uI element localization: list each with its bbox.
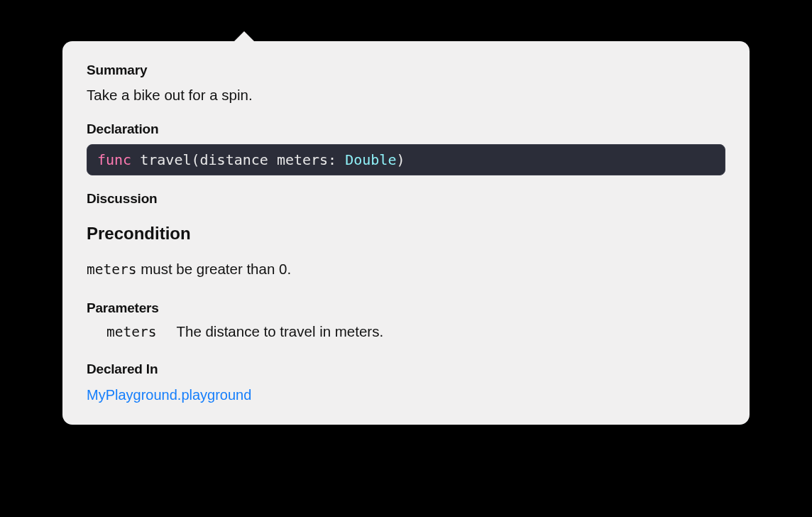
precondition-rest: must be greater than 0.: [136, 261, 291, 277]
code-signature-open: travel(distance meters:: [140, 151, 345, 168]
code-close-paren: ): [396, 151, 405, 168]
precondition-code-word: meters: [87, 261, 136, 278]
popover-arrow: [233, 31, 256, 43]
summary-text: Take a bike out for a spin.: [87, 85, 725, 106]
code-keyword: func: [97, 151, 131, 168]
summary-heading: Summary: [87, 62, 725, 78]
discussion-heading: Discussion: [87, 191, 725, 207]
precondition-text: meters must be greater than 0.: [87, 259, 725, 280]
declaration-code: func travel(distance meters: Double): [87, 144, 725, 175]
declared-in-heading: Declared In: [87, 361, 725, 377]
popover-body: Summary Take a bike out for a spin. Decl…: [62, 41, 750, 425]
code-type: Double: [345, 151, 396, 168]
declared-in-link[interactable]: MyPlayground.playground: [87, 387, 251, 403]
declaration-heading: Declaration: [87, 121, 725, 137]
parameter-description: The distance to travel in meters.: [176, 323, 383, 340]
parameters-heading: Parameters: [87, 300, 725, 316]
parameter-name: meters: [106, 324, 156, 340]
parameter-row: meters The distance to travel in meters.: [87, 323, 725, 340]
precondition-heading: Precondition: [87, 224, 725, 244]
code-space: [131, 151, 140, 168]
quickhelp-popover: Summary Take a bike out for a spin. Decl…: [62, 41, 750, 425]
